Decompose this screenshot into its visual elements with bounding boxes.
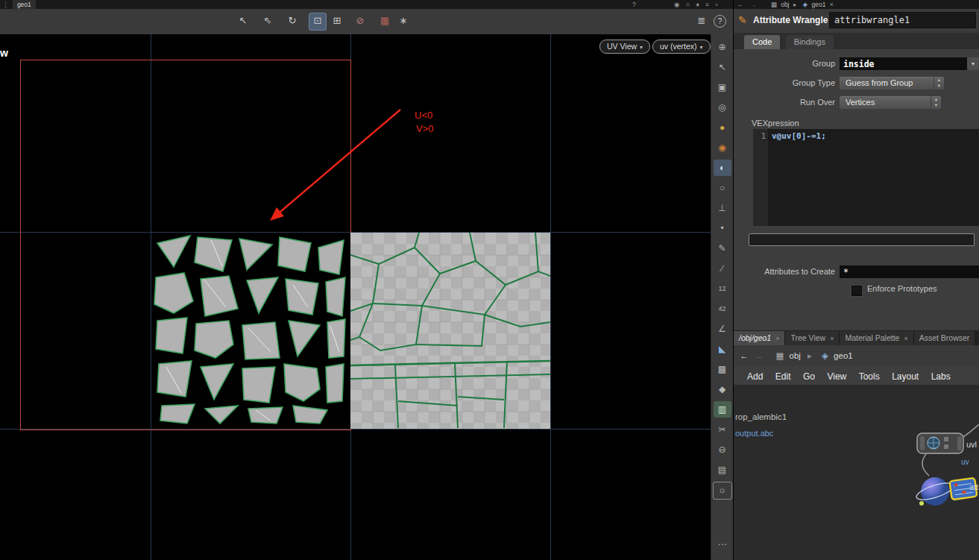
light-icon[interactable]: ☼ — [713, 482, 732, 500]
menu-go[interactable]: Go — [799, 367, 819, 386]
mini-window-icon[interactable]: ▫ — [713, 0, 720, 9]
view-background-icon[interactable]: ▦ — [377, 13, 393, 29]
prim-numbers-icon[interactable]: 42 — [714, 301, 731, 317]
normals-icon[interactable]: ⊥ — [714, 200, 731, 216]
group-dropdown-button[interactable]: ▾ — [967, 57, 979, 70]
view-menu-button[interactable]: UV View▾ — [599, 40, 650, 54]
angle-snap-icon[interactable]: ∠ — [714, 321, 731, 337]
pan-view-icon[interactable]: ⊕ — [714, 39, 731, 55]
tab-network-obj-geo1[interactable]: /obj/geo1× — [734, 331, 785, 345]
display-mode-icon[interactable]: ◐ — [714, 160, 731, 176]
wireframe-icon[interactable]: ○ — [714, 180, 731, 196]
path-obj[interactable]: obj — [789, 351, 800, 360]
help-mini-icon[interactable]: ? — [630, 0, 638, 9]
drag-handle-icon[interactable]: ⋮ — [0, 0, 11, 9]
select-tool-icon[interactable]: ↖ — [714, 59, 731, 75]
image-plane-icon[interactable]: ▥ — [714, 401, 731, 418]
point-marker-icon[interactable]: • — [714, 220, 731, 236]
menu-layout[interactable]: Layout — [887, 367, 923, 386]
scene-tab-geo1[interactable]: geo1 — [13, 0, 36, 9]
box-select-icon[interactable]: ⊡ — [309, 13, 327, 31]
desktop-menu-icon[interactable]: ≡ — [703, 0, 711, 9]
tab-material-palette[interactable]: Material Palette× — [840, 331, 913, 345]
vex-expression-bar[interactable] — [749, 233, 975, 246]
snapping-off-icon[interactable]: ⊘ — [352, 13, 368, 29]
attribute-wrangle-icon: ✎ — [738, 14, 747, 26]
tab-asset-browser[interactable]: Asset Browser — [914, 331, 976, 345]
take-radio-off-icon[interactable]: ○ — [684, 0, 692, 9]
uv-tile-grid — [350, 233, 550, 429]
uv-viewport[interactable]: w — [0, 34, 711, 560]
menu-add[interactable]: Add — [743, 367, 767, 386]
tab-code[interactable]: Code — [744, 35, 780, 49]
tab-bindings[interactable]: Bindings — [786, 35, 834, 49]
select-mode-icon[interactable]: ↖ — [235, 13, 251, 29]
attribwrangle-node[interactable] — [915, 477, 978, 506]
uv-overlay-icon[interactable]: ◣ — [714, 341, 731, 357]
network-editor-pane: /obj/geo1×Tree View×Material Palette×Ass… — [734, 330, 979, 560]
reflection-icon[interactable]: ◆ — [714, 381, 731, 397]
group-field[interactable] — [840, 57, 967, 70]
slash-tool-icon[interactable]: ∕ — [714, 260, 731, 277]
view-pivot-icon[interactable]: ◎ — [714, 99, 731, 116]
point-numbers-icon[interactable]: 12 — [714, 280, 731, 297]
back-icon[interactable]: ← — [734, 351, 752, 360]
material-shade-icon[interactable]: ◉ — [714, 139, 731, 156]
notification-icon[interactable]: ♦ — [693, 0, 701, 9]
attributes-to-create-field[interactable] — [840, 265, 979, 278]
more-options-icon[interactable]: ⋯ — [714, 536, 731, 553]
display-options-icon[interactable]: ≣ — [693, 13, 710, 29]
pane-forward-icon[interactable]: → — [748, 0, 759, 9]
spinner-icon[interactable]: ▴▾ — [931, 96, 941, 109]
group-type-dropdown[interactable]: Guess from Group ▴▾ — [840, 77, 944, 89]
shaded-mode-icon[interactable]: ● — [714, 119, 731, 136]
run-over-dropdown[interactable]: Vertices ▴▾ — [840, 96, 941, 109]
help-icon[interactable]: ? — [714, 15, 726, 28]
circle-mask-icon[interactable]: ⊖ — [714, 441, 731, 458]
pane-tab-close-icon[interactable]: × — [828, 0, 836, 9]
menu-tools[interactable]: Tools — [854, 367, 884, 386]
close-icon[interactable]: × — [830, 335, 834, 342]
pane-path-geo[interactable]: geo1 — [811, 1, 825, 8]
pane-back-icon[interactable]: ← — [735, 0, 746, 9]
close-icon[interactable]: × — [775, 335, 779, 342]
uv-attribute-menu-button[interactable]: uv (vertex)▾ — [652, 40, 711, 54]
snapshot-icon[interactable]: ▤ — [714, 462, 731, 478]
enforce-prototypes-checkbox[interactable] — [851, 286, 862, 296]
network-canvas[interactable]: rop_alembic1 output.abc — [734, 386, 979, 560]
obj-grid-icon: ▦ — [761, 0, 779, 9]
geo-node-icon: ◈ — [819, 351, 831, 360]
menu-view[interactable]: View — [822, 367, 851, 386]
flipbook-icon[interactable]: ∗ — [395, 13, 412, 29]
tab-label: Material Palette — [845, 333, 899, 342]
menu-labs[interactable]: Labs — [927, 367, 955, 386]
group-type-value: Guess from Group — [846, 78, 913, 87]
line-number: 1 — [753, 129, 768, 226]
forward-icon[interactable]: → — [755, 351, 771, 360]
lasso-select-icon[interactable]: ⊞ — [329, 13, 345, 29]
vex-code-editor[interactable]: 1 v@uv[0]-=1; — [753, 129, 979, 226]
select-geometry-icon[interactable]: ⇖ — [259, 13, 276, 29]
handles-tool-icon[interactable]: ↻ — [284, 13, 300, 29]
uvlayout-node-label[interactable]: uvl — [966, 440, 977, 449]
take-radio-icon[interactable]: ◉ — [640, 0, 681, 9]
vexpression-label: VEXpression — [752, 119, 799, 128]
cut-icon[interactable]: ✂ — [714, 421, 731, 438]
lock-icon[interactable]: ▣ — [714, 79, 731, 95]
tab-tree-view[interactable]: Tree View× — [785, 331, 840, 345]
uvlayout-output-port-label[interactable]: uv — [961, 458, 969, 466]
uv-tile-shards — [151, 233, 349, 428]
checker-icon[interactable]: ▩ — [714, 361, 731, 377]
spinner-icon[interactable]: ▴▾ — [934, 77, 944, 89]
pane-path-obj[interactable]: obj — [781, 1, 789, 8]
node-name-field[interactable] — [829, 12, 976, 28]
attribwrangle-node-label[interactable]: att — [969, 482, 978, 491]
vex-code-text[interactable]: v@uv[0]-=1; — [768, 129, 979, 226]
uvlayout-node[interactable] — [917, 433, 963, 453]
close-icon[interactable]: × — [904, 335, 907, 342]
network-menu-bar: Add Edit Go View Tools Layout Labs Help — [734, 366, 979, 386]
brush-icon[interactable]: ✎ — [714, 240, 731, 257]
tab-label: /obj/geo1 — [739, 333, 771, 342]
path-geo1[interactable]: geo1 — [834, 351, 853, 360]
menu-edit[interactable]: Edit — [771, 367, 796, 386]
